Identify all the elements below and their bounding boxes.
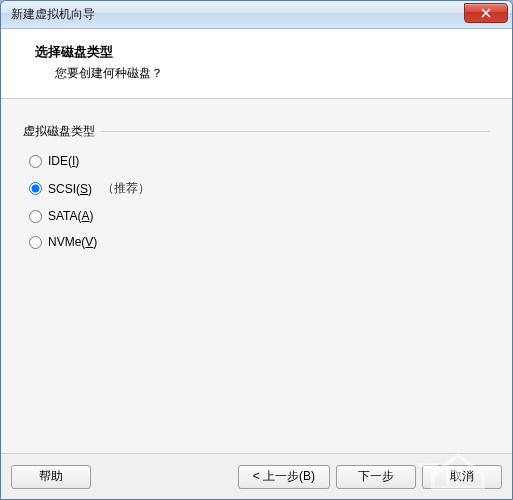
wizard-header: 选择磁盘类型 您要创建何种磁盘？ (1, 29, 512, 99)
option-nvme[interactable]: NVMe(V) (29, 235, 484, 249)
wizard-footer: 帮助 < 上一步(B) 下一步 取消 (1, 453, 512, 499)
wizard-window: 新建虚拟机向导 选择磁盘类型 您要创建何种磁盘？ 虚拟磁盘类型 IDE(I) S… (0, 0, 513, 500)
option-scsi[interactable]: SCSI(S) （推荐） (29, 180, 484, 197)
disk-type-group: 虚拟磁盘类型 IDE(I) SCSI(S) （推荐） SATA(A) (23, 123, 490, 249)
radio-ide-label: IDE(I) (48, 154, 79, 168)
group-label: 虚拟磁盘类型 (23, 123, 101, 140)
help-button[interactable]: 帮助 (11, 465, 91, 489)
close-button[interactable] (464, 3, 508, 23)
radio-nvme-label: NVMe(V) (48, 235, 97, 249)
option-ide[interactable]: IDE(I) (29, 154, 484, 168)
radio-scsi-label: SCSI(S) (48, 182, 92, 196)
close-icon (481, 8, 491, 18)
radio-sata[interactable] (29, 210, 42, 223)
page-subtitle: 您要创建何种磁盘？ (35, 65, 492, 82)
titlebar: 新建虚拟机向导 (1, 1, 512, 29)
radio-nvme[interactable] (29, 236, 42, 249)
cancel-button[interactable]: 取消 (422, 465, 502, 489)
radio-scsi[interactable] (29, 182, 42, 195)
back-button[interactable]: < 上一步(B) (238, 465, 330, 489)
page-title: 选择磁盘类型 (35, 43, 492, 61)
radio-ide[interactable] (29, 155, 42, 168)
option-sata[interactable]: SATA(A) (29, 209, 484, 223)
window-title: 新建虚拟机向导 (11, 6, 95, 23)
recommended-badge: （推荐） (102, 180, 150, 197)
options-list: IDE(I) SCSI(S) （推荐） SATA(A) NVMe(V) (23, 140, 490, 249)
next-button[interactable]: 下一步 (336, 465, 416, 489)
wizard-content: 虚拟磁盘类型 IDE(I) SCSI(S) （推荐） SATA(A) (1, 99, 512, 453)
radio-sata-label: SATA(A) (48, 209, 94, 223)
